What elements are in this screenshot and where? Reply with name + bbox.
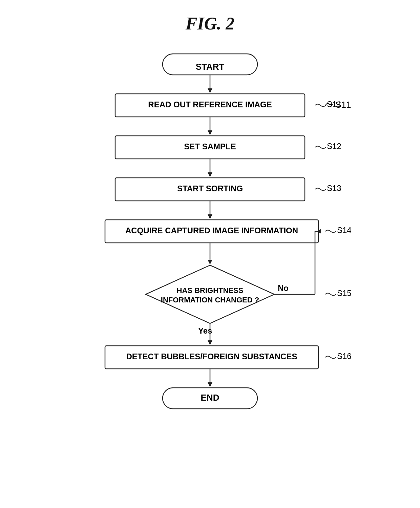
s15-line2: INFORMATION CHANGED ? [161,296,259,304]
s11-label: READ OUT REFERENCE IMAGE [148,100,272,109]
s15-line1: HAS BRIGHTNESS [177,286,244,295]
svg-marker-26 [208,340,212,345]
svg-marker-30 [208,382,212,387]
svg-text:S13: S13 [327,184,341,193]
svg-text:S16: S16 [337,352,352,361]
svg-marker-10 [208,172,212,177]
s13-label: START SORTING [177,184,243,193]
svg-text:S14: S14 [337,226,352,235]
s16-label: DETECT BUBBLES/FOREIGN SUBSTANCES [126,352,297,361]
svg-text:S15: S15 [337,289,352,298]
end-label: END [201,393,219,403]
figure-title: FIG. 2 [186,14,234,34]
svg-marker-2 [208,88,212,93]
svg-text:S11: S11 [327,100,341,109]
flowchart: START READ OUT REFERENCE IMAGE ⤳ S11 S11… [58,50,362,491]
svg-marker-18 [208,260,212,264]
svg-marker-6 [208,130,212,135]
s12-label: SET SAMPLE [184,142,236,151]
start-label: START [196,62,225,72]
page: FIG. 2 START READ OUT REFERENCE IMAGE ⤳ … [0,0,420,508]
svg-marker-14 [208,214,212,219]
s14-label: ACQUIRE CAPTURED IMAGE INFORMATION [125,226,298,235]
no-label: No [278,283,289,293]
svg-text:S12: S12 [327,142,341,151]
